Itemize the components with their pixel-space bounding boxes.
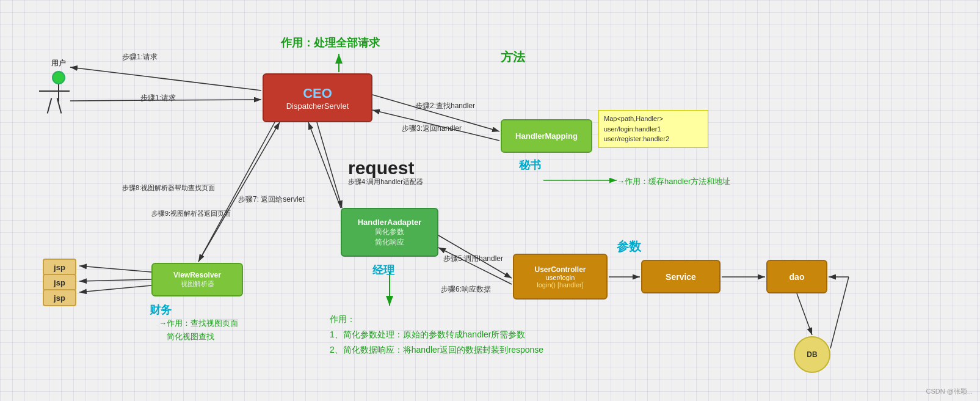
dispatcher-servlet-node: CEO DispatcherServlet [263, 73, 372, 122]
step2-label: 步骤2:查找handler [415, 101, 475, 111]
svg-line-8 [308, 122, 341, 208]
svg-line-19 [79, 279, 151, 281]
dao-node: dao [766, 260, 827, 293]
service-node: Service [641, 260, 720, 293]
view-resolver-func-line2: 简化视图查找 [159, 330, 238, 344]
db-node: DB [794, 336, 830, 373]
step5-label: 步骤5:调用handler [443, 254, 503, 264]
svg-line-18 [79, 266, 151, 272]
step7-label: 步骤7: 返回给servlet [238, 194, 305, 205]
handler-adapter-function: 作用： 1、简化参数处理：原始的参数转成handler所需参数 2、简化数据响应… [330, 312, 543, 358]
jsp-box-3: jsp [43, 289, 76, 306]
svg-line-20 [79, 285, 151, 292]
step1-label: 步骤1:请求 [140, 93, 176, 103]
jsp-box-2: jsp [43, 274, 76, 291]
sticky-line3: user/register:handler2 [604, 134, 703, 144]
view-resolver-role: 财务 [150, 303, 172, 317]
diagram-canvas: 用户 CEO DispatcherServlet HandlerMapping … [0, 0, 980, 401]
user-controller-node: UserController user/login login() [handl… [513, 254, 608, 300]
jsp-label-2: jsp [54, 278, 65, 287]
view-resolver-title: ViewResolver [173, 271, 221, 279]
db-title: DB [807, 350, 817, 359]
dispatcher-subtitle: DispatcherServlet [286, 101, 349, 111]
view-resolver-func-line1: →作用：查找视图页面 [159, 317, 238, 330]
svg-line-7 [317, 122, 342, 208]
handler-mapping-node: HandlerMapping [501, 119, 592, 153]
step6-label: 步骤6:响应数据 [441, 284, 491, 295]
svg-line-14 [830, 277, 849, 348]
svg-line-13 [797, 293, 812, 335]
handler-mapping-title: HandlerMapping [515, 131, 578, 141]
handler-adapter-node: HandlerAadapter 简化参数 简化响应 [341, 208, 438, 257]
step10-label: 步骤1:请求 [122, 52, 158, 62]
jsp-label-3: jsp [54, 293, 65, 303]
watermark: CSDN @张颖... [926, 387, 973, 396]
user-controller-line2: login() [handler] [537, 281, 583, 289]
step8-label: 步骤8:视图解析器帮助查找页面 [122, 183, 215, 193]
request-label: request [348, 158, 414, 178]
user-figure: 用户 [48, 58, 70, 114]
step3-label: 步骤3:返回handler [402, 123, 462, 134]
sticky-line1: Map<path,Handler> [604, 114, 703, 124]
user-controller-title: UserController [534, 265, 586, 274]
handler-mapping-function: →作用：缓存handler方法和地址 [617, 176, 730, 187]
jsp-label-1: jsp [54, 263, 65, 272]
user-label: 用户 [48, 58, 70, 68]
handler-adapter-line1: 简化参数 [375, 227, 404, 237]
handler-adapter-title: HandlerAadapter [358, 218, 422, 227]
ha-func-line2: 2、简化数据响应：将handler返回的数据封装到response [330, 342, 543, 358]
handler-mapping-sticky: Map<path,Handler> user/login:handler1 us… [598, 110, 708, 148]
svg-line-4 [70, 67, 261, 90]
param-label: 参数 [617, 238, 641, 255]
view-resolver-node: ViewResolver 视图解析器 [151, 263, 243, 296]
ha-func-line1: 1、简化参数处理：原始的参数转成handler所需参数 [330, 327, 543, 342]
ha-func-title: 作用： [330, 312, 543, 327]
svg-line-10 [438, 248, 512, 284]
jsp-box-1: jsp [43, 259, 76, 276]
handler-adapter-role: 经理 [372, 263, 394, 278]
view-resolver-subtitle: 视图解析器 [181, 279, 214, 289]
step9-label: 步骤9:视图解析器返回页面 [151, 209, 231, 218]
step4-label: 步骤4:调用handler适配器 [348, 177, 423, 186]
dao-title: dao [789, 272, 805, 282]
view-resolver-function: →作用：查找视图页面 简化视图查找 [159, 317, 238, 344]
user-controller-line1: user/login [546, 274, 575, 281]
dispatcher-role-label: 作用：处理全部请求 [281, 35, 380, 50]
method-label: 方法 [501, 49, 525, 65]
handler-mapping-role: 秘书 [519, 158, 541, 172]
handler-adapter-line2: 简化响应 [375, 237, 404, 248]
sticky-line2: user/login:handler1 [604, 124, 703, 134]
service-title: Service [666, 272, 696, 282]
dispatcher-title: CEO [303, 86, 332, 101]
